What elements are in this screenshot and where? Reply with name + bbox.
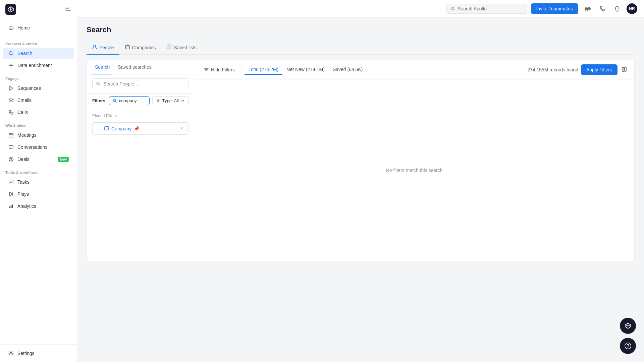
drag-handle-icon [97, 126, 101, 132]
section-label-tools: Tools & workflows [0, 165, 77, 176]
sidebar-toggle-icon[interactable] [65, 5, 71, 14]
sidebar-item-search[interactable]: Search [3, 48, 74, 59]
pin-icon: 📌 [133, 126, 139, 131]
sidebar-item-data-enrichment[interactable]: Data enrichment [3, 60, 74, 71]
tab-people-label: People [99, 45, 114, 50]
sidebar-item-meetings[interactable]: Meetings [3, 129, 74, 141]
no-results-text: No filters match this search [386, 168, 443, 173]
hide-filters-button[interactable]: Hide Filters [200, 65, 239, 74]
sidebar-item-tasks[interactable]: Tasks [3, 176, 74, 188]
settings-icon [8, 350, 14, 356]
emails-icon [8, 97, 14, 103]
hide-filters-icon [204, 67, 209, 72]
companies-tab-icon [125, 44, 130, 51]
sidebar-search-label: Search [17, 51, 69, 56]
pinned-filter-company[interactable]: Company 📌 [92, 122, 189, 135]
filter-search-box[interactable] [109, 96, 150, 105]
svg-rect-29 [625, 67, 626, 71]
fab-apollo-button[interactable] [620, 318, 636, 334]
plays-icon [8, 191, 14, 197]
svg-marker-5 [10, 86, 13, 90]
filter-people-search-input[interactable] [103, 81, 185, 86]
svg-point-16 [94, 45, 96, 47]
filter-tab-search[interactable]: Search [92, 60, 112, 74]
sidebar-settings-label: Settings [17, 351, 69, 356]
page-title: Search [87, 25, 635, 34]
hide-filters-label: Hide Filters [211, 67, 235, 72]
user-avatar[interactable]: NR [627, 3, 637, 14]
section-label-engage: Engage [0, 71, 77, 82]
svg-point-23 [98, 128, 99, 128]
sidebar-item-deals[interactable]: Deals New [3, 154, 74, 165]
expand-icon[interactable] [179, 126, 184, 131]
tab-saved-lists-label: Saved lists [174, 45, 197, 50]
tab-companies-label: Companies [132, 45, 156, 50]
nav-gift-icon[interactable] [582, 3, 593, 14]
sidebar-plays-label: Plays [17, 191, 69, 197]
global-search-input[interactable] [458, 6, 522, 11]
search-icon [8, 50, 14, 56]
filter-search-icon [96, 81, 101, 86]
enrichment-icon [8, 62, 14, 68]
apply-filters-button[interactable]: Apply Filters [581, 64, 618, 75]
tab-saved[interactable]: Saved (64.6K) [329, 65, 367, 75]
filter-bar-area: Filters Type: All [87, 94, 194, 108]
svg-rect-2 [65, 10, 71, 11]
tab-net-new[interactable]: Net New (274.1M) [282, 65, 329, 75]
tab-people[interactable]: People [87, 41, 119, 55]
filter-input-search-icon [113, 99, 117, 103]
no-results-message: No filters match this search [194, 141, 634, 200]
pinned-filters-label: Pinned Filters [92, 114, 189, 118]
svg-rect-10 [9, 206, 10, 208]
fab-help-button[interactable] [620, 338, 636, 354]
sidebar-emails-label: Emails [17, 98, 69, 103]
sidebar-item-conversations[interactable]: Conversations [3, 141, 74, 153]
app-logo[interactable] [5, 4, 16, 15]
sidebar-sequences-label: Sequences [17, 85, 69, 91]
filter-tab-saved-searches[interactable]: Saved searches [115, 60, 154, 74]
filter-panel: Search Saved searches Filters [87, 60, 194, 261]
analytics-icon [8, 203, 14, 209]
svg-point-22 [99, 127, 100, 127]
sidebar: Home Prospect & enrich Search Data enric… [0, 0, 77, 362]
sidebar-analytics-label: Analytics [17, 203, 69, 209]
tab-saved-lists[interactable]: Saved lists [161, 41, 202, 55]
sidebar-item-plays[interactable]: Plays [3, 188, 74, 200]
meetings-icon [8, 132, 14, 138]
global-search-box[interactable] [446, 4, 527, 14]
type-dropdown-chevron [181, 99, 185, 103]
topnav: Invite Teammates NR [77, 0, 644, 17]
filter-search-wrapper [87, 74, 194, 94]
filter-search-input[interactable] [119, 98, 146, 103]
filter-panel-tabs: Search Saved searches [87, 60, 194, 74]
sidebar-item-emails[interactable]: Emails [3, 95, 74, 106]
columns-icon[interactable] [620, 65, 629, 75]
sidebar-enrichment-label: Data enrichment [17, 63, 69, 68]
company-filter-label: Company [111, 126, 131, 131]
svg-rect-17 [125, 46, 129, 49]
sidebar-bottom: Settings [0, 344, 77, 362]
sidebar-calls-label: Calls [17, 110, 69, 115]
svg-point-24 [99, 128, 100, 128]
sequences-icon [8, 85, 14, 91]
nav-phone-icon[interactable] [597, 3, 608, 14]
deals-icon [8, 156, 14, 162]
svg-point-25 [98, 129, 99, 129]
tasks-icon [8, 179, 14, 185]
type-dropdown[interactable]: Type: All [152, 96, 189, 105]
invite-teammates-button[interactable]: Invite Teammates [531, 3, 578, 14]
main-area: Invite Teammates NR Search People [77, 0, 644, 362]
sidebar-meetings-label: Meetings [17, 132, 69, 138]
tab-companies[interactable]: Companies [119, 41, 161, 55]
nav-bell-icon[interactable] [612, 3, 623, 14]
type-dropdown-icon [156, 99, 160, 103]
sidebar-item-home[interactable]: Home [3, 22, 74, 34]
tab-total[interactable]: Total (274.2M) [245, 65, 282, 75]
sidebar-item-calls[interactable]: Calls [3, 107, 74, 118]
sidebar-item-settings[interactable]: Settings [3, 348, 74, 359]
sidebar-item-sequences[interactable]: Sequences [3, 82, 74, 94]
section-label-prospect: Prospect & enrich [0, 37, 77, 47]
sidebar-item-analytics[interactable]: Analytics [3, 200, 74, 212]
page-content: Search People Companies Saved lists [77, 17, 644, 362]
svg-rect-6 [9, 99, 13, 102]
